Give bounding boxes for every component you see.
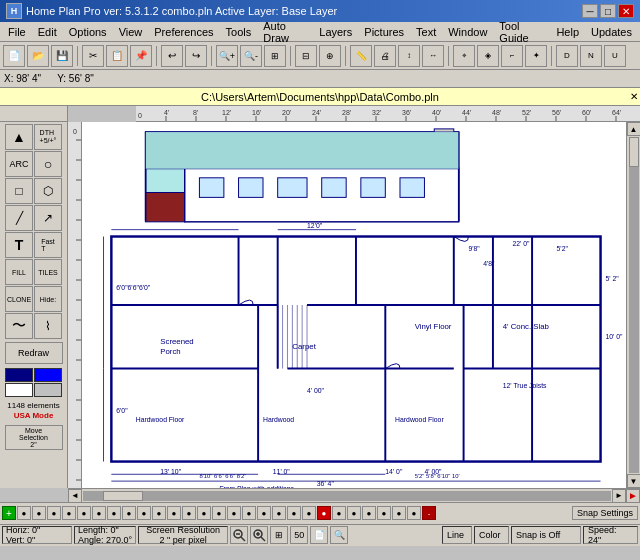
scroll-arrow-right[interactable]: ► xyxy=(626,489,640,503)
color-swatch-2[interactable] xyxy=(34,368,62,382)
tool-line[interactable]: ╱ xyxy=(5,205,33,231)
toolbar-b5[interactable]: ⌐ xyxy=(501,45,523,67)
toolbar-b6[interactable]: ✦ xyxy=(525,45,547,67)
scroll-right-button[interactable]: ► xyxy=(612,489,626,503)
menu-view[interactable]: View xyxy=(113,23,149,41)
toolbar-b7[interactable]: D xyxy=(556,45,578,67)
toolbar-undo[interactable]: ↩ xyxy=(161,45,183,67)
menu-file[interactable]: File xyxy=(2,23,32,41)
vertical-scrollbar[interactable]: ▲ ▼ xyxy=(626,122,640,488)
nav-btn-4[interactable]: ● xyxy=(62,506,76,520)
nav-btn-2[interactable]: ● xyxy=(32,506,46,520)
nav-btn-1[interactable]: ● xyxy=(17,506,31,520)
nav-btn-8[interactable]: ● xyxy=(122,506,136,520)
menu-text[interactable]: Text xyxy=(410,23,442,41)
menu-autodraw[interactable]: Auto Draw xyxy=(257,23,313,41)
toolbar-copy[interactable]: 📋 xyxy=(106,45,128,67)
zoom-fit-button[interactable]: ⊞ xyxy=(270,526,288,544)
toolbar-grid[interactable]: ⊟ xyxy=(295,45,317,67)
toolbar-b3[interactable]: ⌖ xyxy=(453,45,475,67)
nav-btn-15[interactable]: ● xyxy=(227,506,241,520)
zoom-custom-button[interactable]: 🔍 xyxy=(330,526,348,544)
zoom-50-button[interactable]: 50 xyxy=(290,526,308,544)
nav-btn-19[interactable]: ● xyxy=(287,506,301,520)
move-selection[interactable]: MoveSelection2" xyxy=(5,425,63,450)
tool-circle[interactable]: ○ xyxy=(34,151,62,177)
menu-options[interactable]: Options xyxy=(63,23,113,41)
menu-layers[interactable]: Layers xyxy=(313,23,358,41)
toolbar-snap[interactable]: ⊕ xyxy=(319,45,341,67)
close-button[interactable]: ✕ xyxy=(618,4,634,18)
toolbar-redo[interactable]: ↪ xyxy=(185,45,207,67)
scroll-thumb-h[interactable] xyxy=(103,491,143,501)
nav-btn-25[interactable]: ● xyxy=(392,506,406,520)
toolbar-zoomin[interactable]: 🔍+ xyxy=(216,45,238,67)
tool-pipe[interactable]: ⌇ xyxy=(34,313,62,339)
toolbar-save[interactable]: 💾 xyxy=(51,45,73,67)
toolbar-b9[interactable]: U xyxy=(604,45,626,67)
redraw-button[interactable]: Redraw xyxy=(5,342,63,364)
nav-btn-9[interactable]: ● xyxy=(137,506,151,520)
tool-dth[interactable]: DTH+5/+° xyxy=(34,124,62,150)
menu-edit[interactable]: Edit xyxy=(32,23,63,41)
tool-fasttext[interactable]: FastT xyxy=(34,232,62,258)
tool-text[interactable]: T xyxy=(5,232,33,258)
nav-btn-14[interactable]: ● xyxy=(212,506,226,520)
scroll-up-button[interactable]: ▲ xyxy=(627,122,641,136)
tool-rect[interactable]: □ xyxy=(5,178,33,204)
toolbar-b2[interactable]: ↔ xyxy=(422,45,444,67)
nav-btn-20[interactable]: ● xyxy=(302,506,316,520)
zoom-in-button[interactable] xyxy=(250,526,268,544)
filepath-close[interactable]: ✕ xyxy=(630,91,638,102)
tool-hide[interactable]: Hide: xyxy=(34,286,62,312)
zoom-out-button[interactable] xyxy=(230,526,248,544)
tool-arrow[interactable]: ↗ xyxy=(34,205,62,231)
zoom-page-button[interactable]: 📄 xyxy=(310,526,328,544)
nav-btn-21[interactable]: ● xyxy=(332,506,346,520)
nav-btn-26[interactable]: ● xyxy=(407,506,421,520)
nav-btn-11[interactable]: ● xyxy=(167,506,181,520)
nav-btn-7[interactable]: ● xyxy=(107,506,121,520)
nav-btn-23[interactable]: ● xyxy=(362,506,376,520)
menu-pictures[interactable]: Pictures xyxy=(358,23,410,41)
tool-curve[interactable]: 〜 xyxy=(5,313,33,339)
scroll-left-button[interactable]: ◄ xyxy=(68,489,82,503)
snap-off-button[interactable]: Snap is Off xyxy=(511,526,581,544)
tool-arc[interactable]: ARC xyxy=(5,151,33,177)
color-swatch-3[interactable] xyxy=(5,383,33,397)
toolbar-print[interactable]: 🖨 xyxy=(374,45,396,67)
toolbar-b8[interactable]: N xyxy=(580,45,602,67)
menu-preferences[interactable]: Preferences xyxy=(148,23,219,41)
scroll-thumb-v[interactable] xyxy=(629,137,639,167)
color-swatch-1[interactable] xyxy=(5,368,33,382)
toolbar-open[interactable]: 📂 xyxy=(27,45,49,67)
toolbar-zoomfit[interactable]: ⊞ xyxy=(264,45,286,67)
toolbar-paste[interactable]: 📌 xyxy=(130,45,152,67)
nav-btn-16[interactable]: ● xyxy=(242,506,256,520)
tool-select[interactable]: ▲ xyxy=(5,124,33,150)
toolbar-b1[interactable]: ↕ xyxy=(398,45,420,67)
nav-btn-red[interactable]: ● xyxy=(317,506,331,520)
nav-btn-12[interactable]: ● xyxy=(182,506,196,520)
nav-btn-13[interactable]: ● xyxy=(197,506,211,520)
nav-btn-10[interactable]: ● xyxy=(152,506,166,520)
nav-btn-3[interactable]: ● xyxy=(47,506,61,520)
minimize-button[interactable]: ─ xyxy=(582,4,598,18)
remove-element-button[interactable]: - xyxy=(422,506,436,520)
add-element-button[interactable]: + xyxy=(2,506,16,520)
nav-btn-6[interactable]: ● xyxy=(92,506,106,520)
nav-btn-18[interactable]: ● xyxy=(272,506,286,520)
nav-btn-24[interactable]: ● xyxy=(377,506,391,520)
maximize-button[interactable]: □ xyxy=(600,4,616,18)
tool-poly[interactable]: ⬡ xyxy=(34,178,62,204)
tool-clone[interactable]: CLONE xyxy=(5,286,33,312)
toolbar-cut[interactable]: ✂ xyxy=(82,45,104,67)
nav-btn-17[interactable]: ● xyxy=(257,506,271,520)
color-button[interactable]: Color xyxy=(474,526,509,544)
menu-window[interactable]: Window xyxy=(442,23,493,41)
line-button[interactable]: Line xyxy=(442,526,472,544)
color-swatch-4[interactable] xyxy=(34,383,62,397)
menu-updates[interactable]: Updates xyxy=(585,23,638,41)
snap-settings-button[interactable]: Snap Settings xyxy=(572,506,638,520)
menu-toolguide[interactable]: Tool Guide xyxy=(493,23,550,41)
